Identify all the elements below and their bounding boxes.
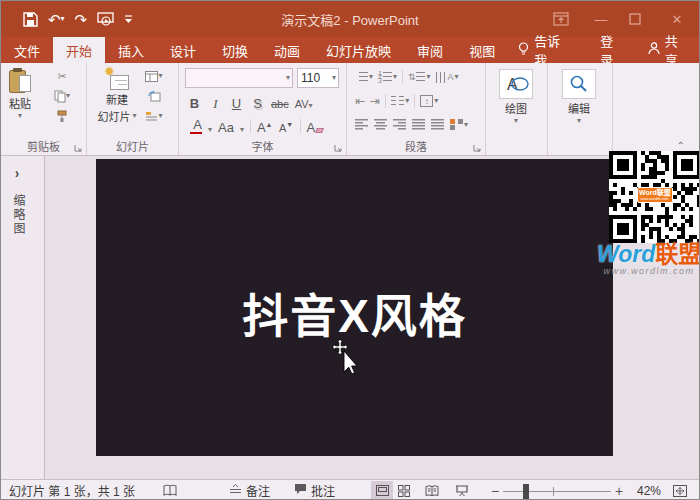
- zoom-in-button[interactable]: +: [611, 483, 627, 499]
- paste-button[interactable]: 粘贴 ▾: [9, 68, 31, 120]
- decrease-font-button[interactable]: A▼: [279, 118, 294, 134]
- change-case-button[interactable]: Aa: [218, 118, 234, 134]
- align-text-button[interactable]: ↕▾: [420, 95, 438, 107]
- smartart-convert-button[interactable]: ▾: [450, 119, 468, 130]
- clear-formatting-button[interactable]: A: [307, 118, 324, 134]
- justify-button[interactable]: [412, 119, 425, 130]
- ribbon-display-options-icon[interactable]: [553, 12, 573, 26]
- format-painter-button[interactable]: [53, 107, 71, 125]
- increase-font-button[interactable]: A▲: [257, 118, 273, 134]
- editing-button[interactable]: 编辑 ▾: [562, 69, 596, 125]
- font-name-dropdown-icon[interactable]: ▾: [284, 74, 292, 82]
- clipboard-dialog-launcher[interactable]: [74, 143, 84, 153]
- new-slide-button[interactable]: ✹ 新建 幻灯片 ▾: [95, 68, 139, 124]
- italic-button[interactable]: I: [208, 94, 223, 110]
- text-direction-button[interactable]: A▾: [436, 72, 459, 83]
- character-spacing-button[interactable]: AV▾: [295, 94, 313, 110]
- decrease-indent-button[interactable]: ⇤: [355, 94, 365, 108]
- copy-button[interactable]: ▾: [53, 87, 71, 105]
- ribbon: 粘贴 ▾ ✂ ▾ 剪贴板 ✹: [1, 63, 699, 156]
- tab-slideshow[interactable]: 幻灯片放映: [313, 37, 404, 63]
- cut-button[interactable]: ✂: [53, 67, 71, 85]
- distribute-button[interactable]: [431, 119, 444, 130]
- section-button[interactable]: ▾: [145, 107, 163, 125]
- customize-qat-button[interactable]: [124, 14, 133, 24]
- columns-button[interactable]: ▾: [391, 96, 409, 107]
- slide-title-text: 抖音X风格: [242, 278, 467, 344]
- font-dialog-launcher[interactable]: [334, 143, 344, 153]
- layout-button[interactable]: ▾: [145, 67, 163, 85]
- expand-thumbnails-icon[interactable]: ›: [15, 165, 19, 182]
- normal-view-button[interactable]: [371, 481, 393, 500]
- tab-review[interactable]: 审阅: [404, 37, 456, 63]
- font-name-input[interactable]: [186, 69, 284, 87]
- font-color-dropdown-icon[interactable]: ▾: [208, 126, 212, 134]
- fit-to-window-button[interactable]: [669, 481, 691, 500]
- logo-url-text: www.wordlm.com: [597, 266, 700, 276]
- zoom-slider-thumb[interactable]: [523, 484, 529, 499]
- bullets-button[interactable]: ▾: [355, 72, 373, 83]
- zoom-out-button[interactable]: −: [487, 483, 503, 499]
- tab-home[interactable]: 开始: [53, 37, 105, 63]
- save-icon[interactable]: [23, 12, 38, 27]
- start-slideshow-icon[interactable]: [97, 12, 114, 27]
- collapse-ribbon-icon[interactable]: ⌃: [677, 140, 685, 151]
- zoom-percentage[interactable]: 42%: [627, 484, 665, 498]
- line-spacing-button[interactable]: ⇅▾: [408, 72, 431, 83]
- underline-button[interactable]: U: [229, 94, 244, 110]
- paragraph-group-label: 段落: [347, 138, 485, 154]
- tab-file[interactable]: 文件: [1, 37, 53, 63]
- increase-indent-button[interactable]: ⇥: [370, 94, 380, 108]
- slide-sorter-view-button[interactable]: [393, 481, 415, 500]
- tab-view[interactable]: 视图: [456, 37, 508, 63]
- slide-counter[interactable]: 幻灯片 第 1 张，共 1 张: [1, 482, 135, 499]
- tell-me-box[interactable]: 告诉我...: [508, 37, 588, 63]
- redo-button[interactable]: ↷: [75, 12, 88, 27]
- strikethrough-button[interactable]: abc: [271, 94, 289, 110]
- font-color-button[interactable]: A: [187, 118, 202, 134]
- font-group: ▾ ▾ B I U S abc AV▾ A ▾ Aa ▾ A▲ A▼: [179, 63, 347, 155]
- paragraph-dialog-launcher[interactable]: [473, 143, 483, 153]
- align-left-button[interactable]: [355, 119, 368, 130]
- ribbon-tabs: 文件 开始 插入 设计 切换 动画 幻灯片放映 审阅 视图 告诉我... 登录 …: [1, 37, 699, 63]
- reset-slide-button[interactable]: [145, 87, 163, 105]
- undo-dropdown-icon[interactable]: ▾: [61, 15, 65, 23]
- text-shadow-button[interactable]: S: [250, 94, 265, 110]
- tab-transitions[interactable]: 切换: [209, 37, 261, 63]
- comments-icon: [294, 483, 307, 498]
- slides-group: ✹ 新建 幻灯片 ▾ ▾ ▾ 幻灯片: [87, 63, 179, 155]
- spell-check-button[interactable]: [163, 484, 177, 497]
- undo-button[interactable]: ↶▾: [48, 12, 65, 27]
- font-name-combo[interactable]: ▾: [185, 68, 293, 88]
- font-size-input[interactable]: [298, 69, 330, 87]
- tab-animations[interactable]: 动画: [261, 37, 313, 63]
- tab-insert[interactable]: 插入: [105, 37, 157, 63]
- font-size-dropdown-icon[interactable]: ▾: [330, 74, 338, 82]
- numbering-button[interactable]: 123▾: [378, 72, 397, 83]
- share-button[interactable]: 共享: [636, 37, 699, 63]
- tab-design[interactable]: 设计: [157, 37, 209, 63]
- thumbnail-panel-collapsed[interactable]: › 缩略图: [1, 156, 45, 479]
- align-right-button[interactable]: [393, 119, 406, 130]
- comments-button[interactable]: 批注: [294, 482, 335, 499]
- align-center-button[interactable]: [374, 119, 387, 130]
- copy-dropdown-icon: ▾: [66, 92, 70, 100]
- zoom-slider[interactable]: [503, 481, 611, 500]
- minimize-button[interactable]: —: [591, 12, 611, 27]
- status-bar: 幻灯片 第 1 张，共 1 张 备注 批注: [1, 479, 699, 500]
- change-case-dropdown-icon[interactable]: ▾: [240, 126, 244, 134]
- maximize-button[interactable]: [629, 13, 649, 25]
- bold-button[interactable]: B: [187, 94, 202, 110]
- slideshow-view-button[interactable]: [451, 481, 473, 500]
- close-button[interactable]: ✕: [667, 12, 687, 27]
- notes-button[interactable]: 备注: [229, 482, 270, 499]
- slide-canvas[interactable]: 抖音X风格: [96, 159, 613, 456]
- notes-icon: [229, 484, 242, 498]
- drawing-button[interactable]: A 绘图 ▾: [499, 69, 533, 125]
- sign-in-button[interactable]: 登录: [588, 37, 636, 63]
- new-slide-label-1: 新建: [106, 91, 128, 107]
- reading-view-button[interactable]: [421, 481, 443, 500]
- bullets-dropdown-icon: ▾: [369, 73, 373, 81]
- new-slide-dropdown-icon: ▾: [132, 112, 136, 120]
- font-size-combo[interactable]: ▾: [297, 68, 339, 88]
